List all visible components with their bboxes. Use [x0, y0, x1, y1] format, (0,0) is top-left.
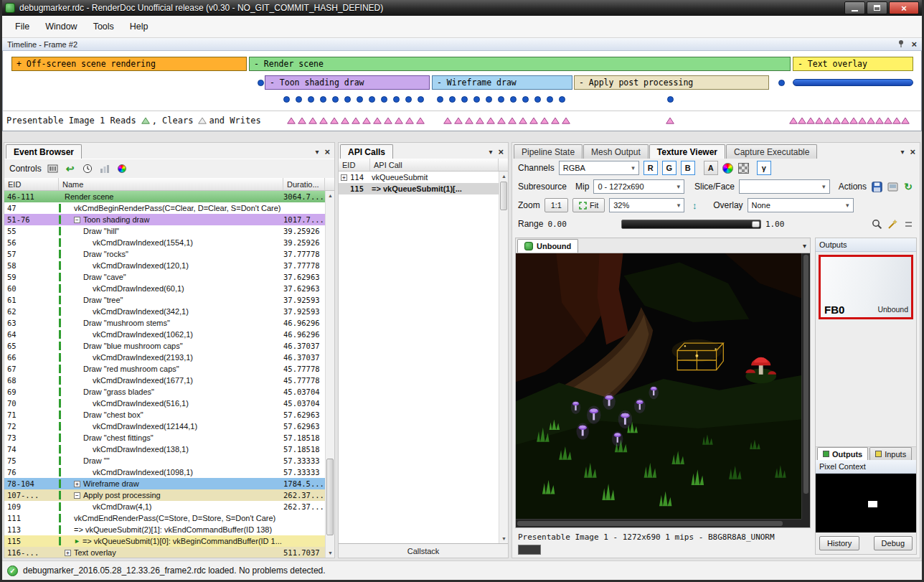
timeline-marker[interactable]: - Render scene	[249, 57, 791, 71]
tab-outputs[interactable]: Outputs	[817, 447, 868, 460]
event-row[interactable]: 69Draw "grass blades"45.03704	[4, 386, 325, 398]
maximize-button[interactable]	[867, 1, 887, 14]
event-row[interactable]: 59Draw "cave"37.62963	[4, 271, 325, 283]
overlay-dropdown[interactable]: None ▾	[748, 198, 854, 212]
draw-dot[interactable]	[534, 96, 541, 103]
chevron-down-icon[interactable]: ▾	[803, 243, 806, 250]
tab-event-browser[interactable]: Event Browser	[6, 144, 82, 159]
event-row[interactable]: 73Draw "chest fittings"57.18518	[4, 432, 325, 443]
event-row[interactable]: 46-111Render scene3064.7...	[4, 191, 325, 202]
draw-dot[interactable]	[522, 96, 529, 103]
expand-icon[interactable]: +	[74, 481, 80, 487]
event-row[interactable]: 70vkCmdDrawIndexed(516,1)45.03704	[4, 398, 325, 409]
scroll-down-icon[interactable]: ▼	[499, 534, 508, 543]
draw-dot[interactable]	[320, 96, 326, 103]
callstack-bar[interactable]: Callstack	[339, 543, 508, 558]
scrollbar[interactable]	[516, 519, 801, 527]
event-row[interactable]: 74vkCmdDrawIndexed(138,1)57.18518	[4, 443, 325, 455]
range-options-icon[interactable]	[902, 217, 914, 230]
chevron-down-icon[interactable]: ▾	[900, 149, 904, 156]
jump-to-eid-icon[interactable]: ↩	[65, 162, 76, 175]
range-white-handle[interactable]	[752, 221, 760, 227]
draw-dot[interactable]	[418, 96, 424, 103]
zoom-dropdown[interactable]: 32% ▾	[609, 198, 684, 212]
event-row[interactable]: 51-76−Toon shading draw1017.7...	[4, 214, 325, 225]
timeline-header[interactable]: Timeline - Frame #2 ×	[2, 38, 922, 51]
api-call-row[interactable]: +114vkQueueSubmit	[339, 172, 499, 183]
settings-icon[interactable]	[116, 162, 128, 175]
fit-button[interactable]: Fit	[572, 198, 605, 212]
api-call-row[interactable]: 115=> vkQueueSubmit(1)[...	[339, 183, 499, 194]
timeline-marker[interactable]: - Wireframe draw	[432, 75, 572, 90]
range-slider[interactable]	[621, 220, 761, 229]
tab-capture-executable[interactable]: Capture Executable	[726, 144, 817, 159]
tab-mesh-output[interactable]: Mesh Output	[583, 144, 649, 159]
draw-dot[interactable]	[486, 96, 492, 103]
close-icon[interactable]: ×	[498, 147, 504, 156]
event-row[interactable]: 63Draw "mushroom stems"46.96296	[4, 317, 325, 329]
pin-icon[interactable]	[897, 39, 905, 50]
timeline-icon[interactable]	[47, 162, 59, 175]
debug-button[interactable]: Debug	[874, 536, 913, 550]
expand-icon[interactable]: +	[341, 174, 347, 181]
draw-dot[interactable]	[461, 96, 468, 103]
draw-dot[interactable]	[283, 96, 290, 103]
draw-dot[interactable]	[559, 96, 565, 103]
sliceface-dropdown[interactable]: ▾	[739, 179, 830, 194]
scrollbar-thumb[interactable]	[326, 459, 334, 535]
event-row[interactable]: 67Draw "red mushroom caps"45.77778	[4, 363, 325, 375]
draw-dot[interactable]	[449, 96, 456, 103]
tab-inputs[interactable]: Inputs	[869, 447, 912, 460]
history-button[interactable]: History	[819, 536, 859, 550]
range-min-value[interactable]: 0.00	[547, 220, 567, 229]
scroll-up-icon[interactable]: ▲	[499, 172, 508, 181]
event-row[interactable]: 76vkCmdDrawIndexed(1098,1)57.33333	[4, 466, 325, 478]
timeline-marker[interactable]: - Text overlay	[793, 57, 913, 71]
draw-dot[interactable]	[667, 96, 674, 103]
tab-pipeline-state[interactable]: Pipeline State	[514, 144, 583, 159]
timeline-marker[interactable]: - Toon shading draw	[265, 75, 430, 90]
event-row[interactable]: 64vkCmdDrawIndexed(1062,1)46.96296	[4, 329, 325, 340]
chevron-down-icon[interactable]: ▾	[489, 149, 492, 156]
collapse-icon[interactable]: −	[74, 217, 80, 223]
draw-dot[interactable]	[393, 96, 400, 103]
column-eid[interactable]: EID	[339, 159, 370, 171]
column-eid[interactable]: EID	[4, 178, 59, 190]
tab-texture-viewer[interactable]: Texture Viewer	[649, 144, 725, 159]
event-row[interactable]: 47vkCmdBeginRenderPass(C=Clear, D=Clear,…	[4, 202, 325, 214]
draw-dot[interactable]	[357, 96, 363, 103]
event-row[interactable]: 111vkCmdEndRenderPass(C=Store, D=Store, …	[4, 512, 325, 524]
draw-dot[interactable]	[308, 96, 314, 103]
scroll-down-icon[interactable]: ▼	[326, 548, 334, 558]
menu-file[interactable]: File	[8, 18, 37, 35]
scrollbar[interactable]: ▲ ▼	[499, 172, 508, 543]
event-row[interactable]: 68vkCmdDrawIndexed(1677,1)45.77778	[4, 375, 325, 386]
draw-dot[interactable]	[547, 96, 553, 103]
menu-window[interactable]: Window	[38, 18, 84, 35]
event-row[interactable]: 78-104+Wireframe draw1784.5...	[4, 478, 325, 489]
channel-blue-button[interactable]: B	[681, 161, 695, 175]
event-row[interactable]: 58vkCmdDrawIndexed(120,1)37.77778	[4, 260, 325, 271]
event-row[interactable]: 62vkCmdDrawIndexed(342,1)37.92593	[4, 306, 325, 317]
autofit-range-icon[interactable]	[887, 217, 898, 230]
draw-dot[interactable]	[510, 96, 517, 103]
timeline-usage-row[interactable]: Presentable Image 1 Reads , Clears and W…	[3, 111, 921, 130]
event-row[interactable]: 57Draw "rocks"37.77778	[4, 248, 325, 260]
timeline-body[interactable]: + Off-screen scene rendering- Render sce…	[2, 51, 922, 131]
timeline-marker[interactable]: + Off-screen scene rendering	[11, 57, 247, 71]
event-row[interactable]: 115►=> vkQueueSubmit(1)[0]: vkBeginComma…	[4, 535, 325, 547]
draw-dot[interactable]	[332, 96, 339, 103]
column-name[interactable]: Name	[59, 178, 283, 190]
close-icon[interactable]: ×	[910, 147, 915, 156]
refresh-icon[interactable]: ↻	[902, 180, 914, 193]
timeline-marker[interactable]: - Apply post processing	[574, 75, 769, 90]
expand-icon[interactable]: +	[65, 550, 71, 556]
menu-help[interactable]: Help	[123, 18, 156, 35]
close-icon[interactable]: ×	[911, 39, 917, 49]
checkerboard-icon[interactable]	[738, 161, 750, 174]
event-row[interactable]: 107-...−Apply post processing262.37...	[4, 489, 325, 501]
column-api-call[interactable]: API Call	[370, 159, 499, 171]
event-row[interactable]: 65Draw "blue mushroom caps"46.37037	[4, 340, 325, 352]
draw-dot[interactable]	[369, 96, 375, 103]
draw-dot[interactable]	[381, 96, 387, 103]
